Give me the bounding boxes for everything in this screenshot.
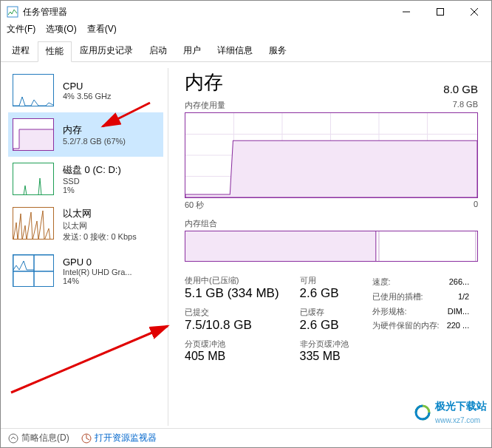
minimize-button[interactable] [389, 1, 423, 23]
close-button[interactable] [457, 1, 491, 23]
app-icon [7, 6, 18, 18]
tab-details[interactable]: 详细信息 [209, 41, 261, 61]
svg-rect-8 [34, 271, 54, 287]
stat-form-value: DIM... [448, 305, 469, 319]
stat-speed-label: 速度: [372, 275, 391, 290]
menu-view[interactable]: 查看(V) [87, 23, 117, 38]
svg-point-21 [9, 434, 18, 443]
usage-chart-x-left: 60 秒 [185, 200, 204, 211]
stat-reserved-value: 220 ... [447, 319, 470, 333]
tab-processes[interactable]: 进程 [4, 41, 38, 61]
memory-usage-chart[interactable] [185, 112, 478, 198]
sidebar-item-cpu[interactable]: CPU 4% 3.56 GHz [8, 68, 163, 112]
usage-chart-label: 内存使用量 [185, 100, 225, 111]
page-title: 内存 [185, 69, 223, 95]
svg-rect-2 [437, 9, 444, 16]
sidebar-item-sub: 以太网 [63, 220, 137, 231]
sidebar-item-label: CPU [63, 81, 111, 92]
stat-available-value: 2.6 GB [300, 287, 349, 299]
memory-thumb-icon [13, 118, 54, 151]
composition-label: 内存组合 [185, 218, 478, 229]
tab-services[interactable]: 服务 [261, 41, 295, 61]
memory-capacity: 8.0 GB [443, 83, 478, 95]
usage-chart-x-right: 0 [474, 200, 478, 211]
watermark-brand: 极光下载站 [435, 400, 487, 413]
sidebar: CPU 4% 3.56 GHz 内存 5.2/7.8 GB (67%) [1, 62, 168, 432]
stat-cached-value: 2.6 GB [300, 319, 349, 331]
sidebar-item-sub: SSD [63, 177, 121, 186]
svg-rect-7 [13, 271, 34, 287]
stat-speed-value: 266... [449, 275, 470, 290]
svg-line-24 [86, 438, 89, 440]
stat-nonpaged-label: 非分页缓冲池 [300, 339, 349, 350]
usage-chart-max: 7.8 GB [453, 100, 478, 111]
sidebar-item-sub2: 1% [63, 186, 121, 194]
stat-slots-value: 1/2 [458, 290, 469, 305]
stat-paged-label: 分页缓冲池 [185, 339, 279, 350]
tabs: 进程 性能 应用历史记录 启动 用户 详细信息 服务 [1, 38, 491, 62]
sidebar-item-label: 磁盘 0 (C: D:) [63, 163, 121, 177]
menubar: 文件(F) 选项(O) 查看(V) [1, 23, 491, 38]
stat-cached-label: 已缓存 [300, 307, 349, 318]
stat-reserved-label: 为硬件保留的内存: [372, 319, 440, 333]
task-manager-window: 任务管理器 文件(F) 选项(O) 查看(V) 进程 性能 应用历史记录 启动 … [0, 0, 492, 448]
disk-thumb-icon [13, 163, 54, 195]
svg-rect-6 [34, 255, 54, 271]
sidebar-item-label: 以太网 [63, 207, 137, 220]
stat-slots-label: 已使用的插槽: [372, 290, 423, 305]
sidebar-item-sub: Intel(R) UHD Gra... [63, 268, 132, 276]
memory-composition-chart[interactable] [185, 231, 478, 262]
maximize-button[interactable] [423, 1, 457, 23]
stat-available-label: 可用 [300, 275, 349, 286]
sidebar-item-disk[interactable]: 磁盘 0 (C: D:) SSD 1% [8, 157, 163, 201]
sidebar-item-ethernet[interactable]: 以太网 以太网 发送: 0 接收: 0 Kbps [8, 201, 163, 248]
svg-rect-17 [185, 231, 376, 261]
memory-hw-info: 速度:266... 已使用的插槽:1/2 外形规格:DIM... 为硬件保留的内… [372, 275, 470, 362]
tab-startup[interactable]: 启动 [141, 41, 175, 61]
footer: 简略信息(D) 打开资源监视器 [1, 428, 491, 447]
menu-options[interactable]: 选项(O) [46, 23, 76, 38]
brief-info-label: 简略信息(D) [21, 432, 69, 444]
brief-info-link[interactable]: 简略信息(D) [8, 432, 69, 444]
tab-performance[interactable]: 性能 [38, 41, 72, 62]
sidebar-item-memory[interactable]: 内存 5.2/7.8 GB (67%) [8, 112, 163, 157]
chevron-up-icon [8, 433, 18, 444]
stat-in-use-value: 5.1 GB (334 MB) [185, 287, 279, 299]
svg-rect-5 [13, 255, 34, 271]
sidebar-item-gpu[interactable]: GPU 0 Intel(R) UHD Gra... 14% [8, 248, 163, 293]
gpu-thumb-icon [13, 254, 54, 287]
tab-app-history[interactable]: 应用历史记录 [72, 41, 141, 61]
stat-committed-value: 7.5/10.8 GB [185, 319, 279, 331]
sidebar-item-sub2: 14% [63, 276, 132, 285]
stat-nonpaged-value: 335 MB [300, 350, 349, 362]
cpu-thumb-icon [13, 74, 54, 106]
menu-file[interactable]: 文件(F) [7, 23, 35, 38]
tab-users[interactable]: 用户 [175, 41, 209, 61]
watermark: 极光下载站 www.xz7.com [413, 400, 487, 425]
sidebar-item-label: 内存 [63, 123, 126, 137]
open-resource-monitor-label: 打开资源监视器 [95, 432, 157, 444]
sidebar-item-sub: 4% 3.56 GHz [63, 92, 111, 101]
stat-in-use-label: 使用中(已压缩) [185, 275, 279, 286]
ethernet-thumb-icon [13, 207, 54, 240]
watermark-logo-icon [413, 403, 432, 422]
stat-committed-label: 已提交 [185, 307, 279, 318]
sidebar-item-sub: 5.2/7.8 GB (67%) [63, 137, 126, 146]
memory-stats: 使用中(已压缩) 5.1 GB (334 MB) 可用 2.6 GB 已提交 7… [185, 275, 478, 362]
resource-monitor-icon [81, 433, 92, 444]
stat-form-label: 外形规格: [372, 305, 407, 319]
window-buttons [389, 1, 491, 23]
titlebar: 任务管理器 [1, 1, 491, 23]
sidebar-item-sub2: 发送: 0 接收: 0 Kbps [63, 231, 137, 242]
stat-paged-value: 405 MB [185, 350, 279, 362]
sidebar-item-label: GPU 0 [63, 257, 132, 268]
watermark-url: www.xz7.com [435, 416, 480, 424]
window-title: 任务管理器 [23, 6, 67, 18]
open-resource-monitor-link[interactable]: 打开资源监视器 [81, 432, 157, 444]
main-panel: 内存 8.0 GB 内存使用量 7.8 GB [168, 62, 491, 432]
body: CPU 4% 3.56 GHz 内存 5.2/7.8 GB (67%) [1, 62, 491, 432]
